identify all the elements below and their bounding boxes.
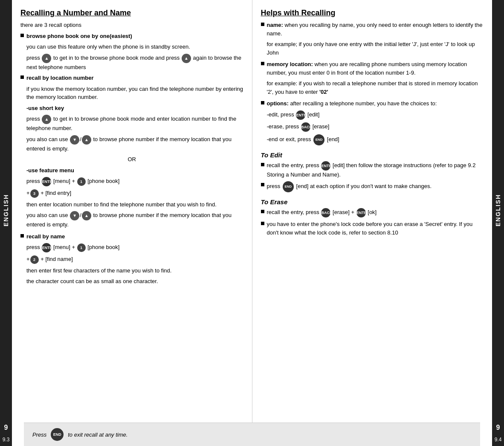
main-content: Recalling a Number and Name there are 3 … — [12, 0, 492, 446]
bullet-help1 — [261, 23, 264, 26]
featuremenu-step3: you also can use ▼/▲ to browse phone num… — [26, 211, 243, 229]
help3-end: -end or exit, press END [end] — [267, 134, 484, 145]
right-side-tab: ENGLISH 9 9.4 — [492, 0, 504, 446]
bullet-erase2 — [261, 222, 264, 225]
help2-text: memory location: when you are recalling … — [267, 60, 484, 77]
left-section-sub: 9.3 — [0, 435, 12, 446]
intro-text: there are 3 recall options — [20, 21, 243, 29]
option2-bullet: recall by location number — [20, 74, 243, 82]
option1-bullet: browse phone book one by one(easiest) — [20, 32, 243, 41]
end-btn-icon: END — [313, 134, 324, 145]
help3-text: options: after recalling a telephone num… — [267, 99, 484, 108]
right-language-label: ENGLISH — [495, 0, 501, 420]
back-btn-erase: BACK — [321, 208, 330, 217]
num3-icon: 3 — [30, 189, 39, 198]
to-edit-title: To Edit — [261, 151, 484, 159]
left-section-number: 9 — [0, 420, 12, 435]
edit2-text: press END [end] at each option if you do… — [267, 181, 484, 192]
erase1-bullet: recall the entry, press BACK [erase] + E… — [261, 208, 484, 217]
option1-desc: you can use this feature only when the p… — [26, 43, 243, 51]
featuremenu-step2: then enter location number to find the t… — [26, 200, 243, 209]
help1-example: for example; if you only have one entry … — [267, 40, 484, 57]
right-section-number: 9 — [492, 420, 504, 435]
bullet-icon3 — [20, 234, 24, 237]
enter-btn-erase: ENTER — [356, 208, 366, 217]
helps-title: Helps with Recalling — [261, 9, 484, 17]
edit1-bullet: recall the entry, press ENTER [edit] the… — [261, 161, 484, 179]
enter-btn-edit: ENTER — [321, 161, 330, 171]
featuremenu-title: -use feature menu — [26, 166, 243, 175]
nav-up-icon3: ▲ — [42, 115, 51, 124]
num2-icon: 2 — [30, 255, 39, 264]
bullet-edit1 — [261, 163, 264, 166]
bullet-erase1 — [261, 210, 264, 213]
bullet-help3 — [261, 101, 264, 104]
nav-down-icon2: ▼ — [70, 211, 79, 220]
or-text: OR — [20, 155, 243, 164]
help3-erase: -erase, press BACK [erase] — [267, 122, 484, 132]
help3-edit: -edit, press ENTER [edit] — [267, 110, 484, 120]
shortkey-step2: you also can use ▼/▲ to browse phone num… — [26, 135, 243, 153]
enter-btn-help3: ENTER — [296, 110, 305, 120]
left-language-label: ENGLISH — [3, 0, 9, 420]
option1-step1: press ▲ to get in to the browse phone bo… — [26, 54, 243, 72]
help2-bullet: memory location: when you are recalling … — [261, 60, 484, 77]
option3-step1d: +2 + [find name] — [26, 255, 243, 264]
edit1-text: recall the entry, press ENTER [edit] the… — [267, 161, 484, 179]
num1b-icon: 1 — [77, 243, 86, 252]
left-column: Recalling a Number and Name there are 3 … — [12, 0, 252, 423]
option3-step1: press ENTER [menu] + 1 [phone book] — [26, 243, 243, 252]
nav-up-icon5: ▲ — [82, 211, 91, 220]
bullet-icon — [20, 34, 24, 37]
featuremenu-step1d: +3 + [find entry] — [26, 189, 243, 198]
help1-text: name: when you recalling by name, you on… — [267, 21, 484, 38]
featuremenu-step1: press ENTER [menu] + 1 [phone book] — [26, 177, 243, 186]
nav-up-icon2: ▲ — [182, 54, 191, 63]
option3-label: recall by name — [26, 232, 243, 241]
shortkey-step1: press ▲ to get in to browse phone book m… — [26, 115, 243, 133]
help2-example: for example: if you wish to recall a tel… — [267, 79, 484, 96]
bullet-edit2 — [261, 183, 264, 186]
help1-bullet: name: when you recalling by name, you on… — [261, 21, 484, 38]
bullet-icon2 — [20, 75, 24, 79]
back-btn-icon: BACK — [301, 122, 310, 132]
content-columns: Recalling a Number and Name there are 3 … — [12, 0, 492, 423]
left-side-tab: ENGLISH 9 9.3 — [0, 0, 12, 446]
press-label: Press — [32, 432, 46, 438]
nav-down-icon: ▼ — [70, 135, 79, 145]
left-title: Recalling a Number and Name — [20, 9, 243, 17]
help3-bullet: options: after recalling a telephone num… — [261, 99, 484, 108]
right-section-sub: 9.4 — [492, 435, 504, 446]
shortkey-title: -use short key — [26, 104, 243, 113]
bullet-help2 — [261, 62, 264, 65]
option3-step3: the character count can be as small as o… — [26, 277, 243, 286]
enter-btn-icon: ENTER — [42, 177, 51, 186]
option1-label: browse phone book one by one(easiest) — [26, 32, 243, 41]
erase2-text: you have to enter the phone's lock code … — [267, 220, 484, 237]
end-btn-bottom: END — [51, 428, 64, 441]
edit2-bullet: press END [end] at each option if you do… — [261, 181, 484, 192]
bottom-note: to exit recall at any time. — [68, 432, 127, 438]
right-column: Helps with Recalling name: when you reca… — [252, 0, 492, 423]
num1-icon: 1 — [77, 177, 86, 186]
nav-up-icon: ▲ — [42, 54, 51, 63]
enter-btn-icon2: ENTER — [42, 243, 51, 252]
bottom-bar: Press END to exit recall at any time. — [24, 423, 480, 446]
option2-desc: if you know the memory location number, … — [26, 85, 243, 101]
end-btn-edit: END — [283, 181, 294, 192]
option2-label: recall by location number — [26, 74, 243, 82]
erase2-bullet: you have to enter the phone's lock code … — [261, 220, 484, 237]
to-erase-title: To Erase — [261, 198, 484, 206]
erase1-text: recall the entry, press BACK [erase] + E… — [267, 208, 484, 217]
option3-step2: then enter first few characters of the n… — [26, 266, 243, 275]
option3-bullet: recall by name — [20, 232, 243, 241]
nav-up-icon4: ▲ — [82, 135, 91, 145]
